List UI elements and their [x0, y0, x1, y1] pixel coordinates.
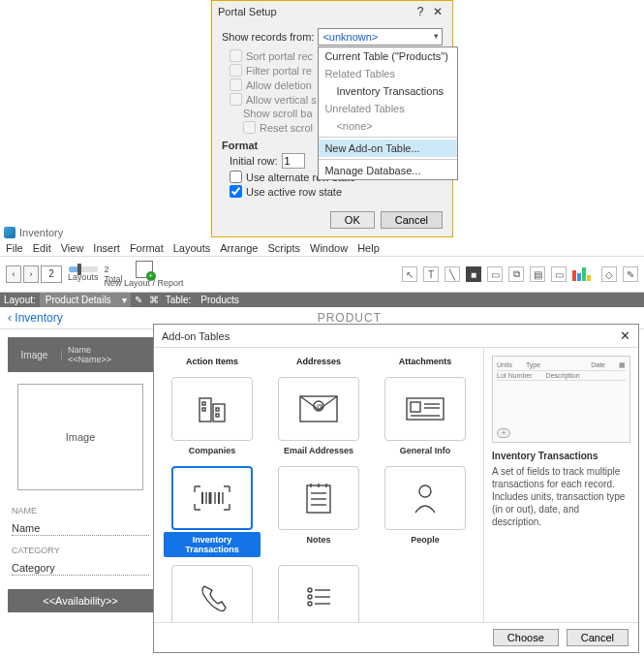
addon-cancel-button[interactable]: Cancel: [567, 629, 629, 646]
tile-notes[interactable]: Notes: [270, 466, 367, 557]
category-field[interactable]: Category: [12, 561, 149, 576]
reset-scroll-checkbox[interactable]: [243, 121, 256, 134]
format-painter-icon[interactable]: ✎: [623, 266, 638, 282]
tile-companies[interactable]: Companies: [164, 377, 261, 458]
next-record-button[interactable]: ›: [23, 266, 39, 283]
close-icon[interactable]: ✕: [620, 328, 630, 343]
ok-button[interactable]: OK: [330, 211, 375, 229]
image-container[interactable]: Image: [17, 384, 143, 490]
record-slider[interactable]: [69, 266, 98, 272]
layout-select[interactable]: Product Details: [40, 293, 131, 307]
menu-edit[interactable]: Edit: [33, 242, 51, 254]
initial-row-input[interactable]: [282, 153, 305, 169]
svg-rect-5: [216, 414, 219, 417]
tile-phone-numbers[interactable]: Phone Numbers: [164, 565, 261, 622]
name-field[interactable]: Name: [12, 521, 149, 536]
svg-rect-10: [411, 402, 420, 412]
tile-addresses[interactable]: Addresses: [270, 352, 367, 369]
show-records-label: Show records from:: [222, 31, 314, 43]
close-icon[interactable]: ✕: [429, 5, 446, 18]
menu-file[interactable]: File: [6, 242, 23, 254]
addon-tiles-grid: Action Items Addresses Attachments Compa…: [154, 348, 483, 622]
svg-rect-4: [216, 408, 219, 411]
sort-checkbox[interactable]: [230, 49, 242, 62]
alt-row-checkbox[interactable]: [230, 171, 242, 183]
window-title: Inventory: [19, 227, 63, 238]
prev-record-button[interactable]: ‹: [6, 266, 21, 283]
field-tool-icon[interactable]: ▭: [487, 266, 503, 282]
new-layout-button[interactable]: New Layout / Report: [133, 261, 156, 288]
menu-bar: File Edit View Insert Format Layouts Arr…: [0, 240, 644, 257]
dd-new-addon-table[interactable]: New Add-on Table...: [319, 140, 457, 157]
menu-arrange[interactable]: Arrange: [220, 242, 258, 254]
portal-tool-icon[interactable]: ▤: [530, 266, 545, 282]
tile-people[interactable]: People: [377, 466, 474, 557]
menu-insert[interactable]: Insert: [93, 242, 120, 254]
phone-icon: [171, 565, 253, 622]
text-tool-icon[interactable]: T: [423, 266, 439, 282]
breadcrumb-back[interactable]: ‹ Inventory: [8, 311, 63, 325]
image-header: Image: [8, 350, 62, 360]
category-label: CATEGORY: [12, 546, 153, 555]
chevron-down-icon: ▾: [434, 31, 439, 41]
show-records-select[interactable]: <unknown> ▾ Current Table ("Products") R…: [318, 28, 443, 46]
show-records-dropdown: Current Table ("Products") Related Table…: [318, 47, 458, 180]
filter-checkbox[interactable]: [230, 64, 242, 77]
tile-attachments[interactable]: Attachments: [377, 352, 474, 369]
name-header: Name: [68, 345, 111, 355]
menu-scripts[interactable]: Scripts: [267, 242, 300, 254]
dd-none: <none>: [319, 117, 457, 135]
addon-side-panel: UnitsTypeDate▦ Lot NumberDescription + I…: [483, 348, 638, 622]
menu-layouts[interactable]: Layouts: [173, 242, 211, 254]
svg-point-27: [419, 485, 431, 497]
button-tool-icon[interactable]: ▭: [551, 266, 567, 282]
addon-tables-dialog: Add-on Tables ✕ Action Items Addresses A…: [153, 324, 639, 653]
dd-current-table[interactable]: Current Table ("Products"): [319, 47, 457, 65]
portal-dialog-title: Portal Setup: [218, 6, 412, 17]
tab-tool-icon[interactable]: ⧉: [508, 266, 524, 282]
breadcrumb-title: PRODUCT: [63, 311, 636, 325]
choose-button[interactable]: Choose: [493, 629, 559, 646]
person-icon: [384, 466, 466, 530]
cancel-button[interactable]: Cancel: [381, 211, 443, 229]
allow-vertical-checkbox[interactable]: [230, 93, 242, 106]
tile-topics[interactable]: Topics: [270, 565, 367, 622]
tile-email-addresses[interactable]: @ Email Addresses: [270, 377, 367, 458]
menu-format[interactable]: Format: [130, 242, 164, 254]
dd-related-header: Related Tables: [319, 65, 457, 82]
menu-help[interactable]: Help: [357, 242, 380, 254]
pointer-tool-icon[interactable]: ↖: [402, 266, 417, 282]
link-icon[interactable]: ⌘: [146, 295, 162, 305]
menu-view[interactable]: View: [61, 242, 84, 254]
help-icon[interactable]: ?: [412, 5, 429, 18]
web-tool-icon[interactable]: ◇: [601, 266, 617, 282]
addon-selected-desc: A set of fields to track multiple transa…: [492, 465, 630, 528]
active-row-checkbox[interactable]: [230, 185, 242, 198]
list-icon: [278, 565, 359, 622]
rectangle-tool-icon[interactable]: ■: [466, 266, 481, 282]
record-number-input[interactable]: 2: [41, 266, 62, 283]
notepad-icon: [278, 466, 359, 530]
allow-delete-checkbox[interactable]: [230, 78, 242, 91]
chart-tool-icon[interactable]: [572, 267, 596, 281]
tile-general-info[interactable]: General Info: [377, 377, 474, 458]
svg-rect-2: [202, 402, 205, 405]
svg-point-30: [308, 595, 312, 599]
app-icon: [4, 227, 15, 238]
layout-bar: Layout: Product Details ✎ ⌘ Table: Produ…: [0, 293, 644, 307]
tile-action-items[interactable]: Action Items: [164, 352, 261, 369]
pencil-icon[interactable]: ✎: [131, 295, 146, 305]
envelope-icon: @: [278, 377, 359, 441]
addon-dialog-title: Add-on Tables: [162, 330, 620, 342]
layout-label: Layout:: [0, 293, 40, 307]
addon-preview: UnitsTypeDate▦ Lot NumberDescription +: [492, 356, 630, 443]
line-tool-icon[interactable]: ╲: [445, 266, 460, 282]
dd-manage-database[interactable]: Manage Database...: [319, 162, 457, 179]
preview-add-icon: +: [497, 428, 510, 438]
dd-inventory-transactions[interactable]: Inventory Transactions: [319, 82, 457, 100]
svg-text:@: @: [316, 402, 323, 411]
name-label: NAME: [12, 506, 153, 515]
menu-window[interactable]: Window: [310, 242, 348, 254]
detail-header: Image Name <<Name>>: [8, 337, 153, 372]
tile-inventory-transactions[interactable]: Inventory Transactions: [164, 466, 261, 557]
